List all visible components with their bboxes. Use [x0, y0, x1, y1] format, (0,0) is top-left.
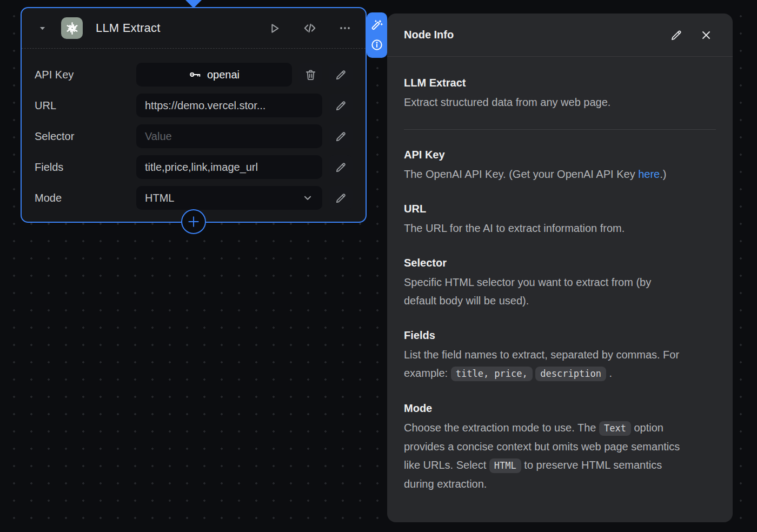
edit-selector-button[interactable]	[329, 124, 353, 148]
field-row-url: URL https://demo.vercel.stor...	[35, 94, 353, 117]
edit-node-info-button[interactable]	[670, 29, 683, 42]
info-text: .)	[660, 168, 666, 180]
workflow-canvas[interactable]: LLM Extract API Key openai	[0, 0, 757, 532]
inline-code: description	[535, 367, 606, 381]
run-node-button[interactable]	[268, 22, 281, 35]
inline-code: HTML	[489, 458, 521, 473]
node-fields: API Key openai URL https://demo	[22, 49, 366, 210]
info-text: The URL for the AI to extract informatio…	[404, 222, 625, 234]
info-section-fields: Fields List the field names to extract, …	[404, 328, 716, 383]
info-heading: Selector	[404, 255, 716, 270]
node-header: LLM Extract	[22, 8, 366, 49]
info-heading: API Key	[404, 147, 716, 162]
info-desc: Specific HTML selector you want to extra…	[404, 273, 686, 310]
mode-value: HTML	[145, 192, 174, 204]
selector-input[interactable]: Value	[136, 124, 322, 148]
panel-content: LLM Extract Extract structured data from…	[387, 57, 733, 493]
edit-url-button[interactable]	[329, 94, 353, 117]
here-link[interactable]: here	[638, 168, 660, 180]
close-icon[interactable]	[700, 29, 712, 41]
field-row-api-key: API Key openai	[35, 63, 353, 87]
inline-code: Text	[599, 421, 631, 436]
info-desc: Extract structured data from any web pag…	[404, 93, 686, 111]
section-divider	[404, 129, 716, 130]
collapse-chevron-icon[interactable]	[38, 24, 47, 33]
fields-value: title,price,link,image_url	[145, 161, 258, 174]
field-row-selector: Selector Value	[35, 124, 353, 148]
node-selection-toolbar	[367, 12, 387, 58]
url-value: https://demo.vercel.stor...	[145, 99, 265, 112]
api-key-value-chip[interactable]: openai	[136, 63, 292, 87]
info-section-description: LLM Extract Extract structured data from…	[404, 75, 716, 111]
url-label: URL	[35, 99, 130, 112]
info-section-url: URL The URL for the AI to extract inform…	[404, 201, 716, 237]
mode-label: Mode	[35, 192, 130, 204]
info-heading: Fields	[404, 328, 716, 343]
selector-label: Selector	[35, 130, 130, 143]
url-input[interactable]: https://demo.vercel.stor...	[136, 94, 322, 117]
edit-mode-button[interactable]	[329, 186, 353, 210]
info-section-mode: Mode Choose the extraction mode to use. …	[404, 401, 716, 493]
panel-title: Node Info	[404, 29, 454, 41]
info-heading: URL	[404, 201, 716, 216]
node-title: LLM Extract	[96, 21, 161, 35]
edit-fields-button[interactable]	[329, 155, 353, 179]
node-menu-button[interactable]	[338, 22, 351, 35]
chevron-down-icon	[302, 192, 314, 204]
fields-input[interactable]: title,price,link,image_url	[136, 155, 322, 179]
node-info-panel: Node Info LLM Extract Extract structured…	[387, 14, 733, 522]
info-section-api-key: API Key The OpenAI API Key. (Get your Op…	[404, 147, 716, 183]
input-connector-arrow-icon	[185, 0, 202, 8]
magic-wand-icon[interactable]	[371, 19, 383, 31]
info-desc: List the field names to extract, separat…	[404, 345, 686, 383]
field-row-fields: Fields title,price,link,image_url	[35, 155, 353, 179]
info-text: Extract structured data from any web pag…	[404, 96, 610, 108]
node-llm-extract[interactable]: LLM Extract API Key openai	[21, 7, 367, 223]
add-node-button[interactable]	[181, 209, 206, 234]
info-text: .	[606, 367, 612, 379]
selector-placeholder: Value	[145, 130, 172, 143]
info-heading: Mode	[404, 401, 716, 416]
panel-header: Node Info	[387, 14, 733, 57]
fields-label: Fields	[35, 161, 130, 174]
info-section-selector: Selector Specific HTML selector you want…	[404, 255, 716, 310]
delete-api-key-button[interactable]	[298, 63, 322, 87]
mode-select[interactable]: HTML	[136, 186, 322, 210]
info-heading: LLM Extract	[404, 75, 716, 90]
inline-code: title, price,	[451, 367, 533, 381]
info-icon[interactable]	[370, 38, 383, 51]
info-desc: The OpenAI API Key. (Get your OpenAI API…	[404, 165, 686, 183]
api-key-label: API Key	[35, 69, 130, 81]
info-text: Specific HTML selector you want to extra…	[404, 276, 651, 307]
code-view-button[interactable]	[303, 21, 317, 35]
info-desc: The URL for the AI to extract informatio…	[404, 219, 686, 237]
field-row-mode: Mode HTML	[35, 186, 353, 210]
key-icon	[189, 68, 202, 81]
edit-api-key-button[interactable]	[329, 63, 353, 87]
api-key-value: openai	[207, 69, 240, 81]
openai-logo-icon	[61, 17, 83, 39]
info-text: The OpenAI API Key. (Get your OpenAI API…	[404, 168, 638, 180]
info-text: Choose the extraction mode to use. The	[404, 422, 599, 434]
info-desc: Choose the extraction mode to use. The T…	[404, 418, 686, 493]
